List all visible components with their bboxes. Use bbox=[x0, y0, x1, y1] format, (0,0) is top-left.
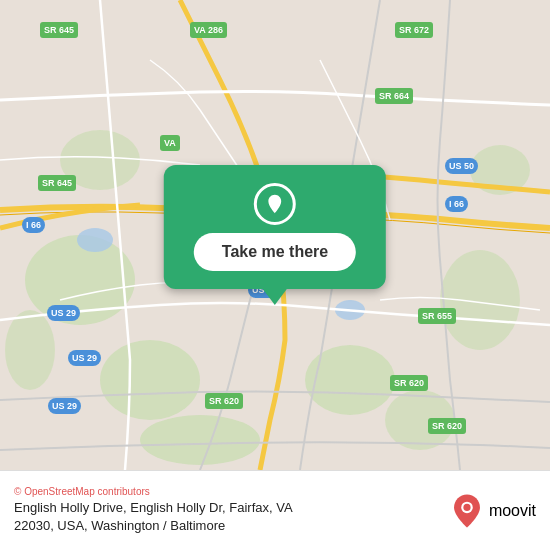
location-popup[interactable]: Take me there bbox=[164, 165, 386, 289]
map-popup-overlay: Take me there bbox=[164, 165, 386, 305]
location-pin-icon bbox=[254, 183, 296, 225]
badge-va-mid: VA bbox=[160, 135, 180, 151]
badge-sr645-nw: SR 645 bbox=[40, 22, 78, 38]
badge-sr672: SR 672 bbox=[395, 22, 433, 38]
address-line1: English Holly Drive, English Holly Dr, F… bbox=[14, 500, 293, 515]
badge-us29-label2: US 29 bbox=[48, 398, 81, 414]
moovit-logo: moovit bbox=[449, 493, 536, 529]
svg-point-10 bbox=[77, 228, 113, 252]
badge-sr620-e: SR 620 bbox=[390, 375, 428, 391]
badge-va286: VA 286 bbox=[190, 22, 227, 38]
svg-point-8 bbox=[5, 310, 55, 390]
svg-point-6 bbox=[140, 415, 260, 465]
badge-sr664: SR 664 bbox=[375, 88, 413, 104]
badge-sr645-sw: SR 645 bbox=[38, 175, 76, 191]
take-me-there-button[interactable]: Take me there bbox=[194, 233, 356, 271]
badge-i66-w: I 66 bbox=[22, 217, 45, 233]
address-text: English Holly Drive, English Holly Dr, F… bbox=[14, 499, 437, 535]
badge-sr620-s: SR 620 bbox=[205, 393, 243, 409]
svg-point-14 bbox=[463, 503, 470, 510]
app: SR 645 VA 286 SR 672 SR 664 VA US 50 I 6… bbox=[0, 0, 550, 550]
address-block: © OpenStreetMap contributors English Hol… bbox=[14, 486, 437, 535]
svg-point-2 bbox=[100, 340, 200, 420]
svg-point-4 bbox=[440, 250, 520, 350]
badge-i66-e: I 66 bbox=[445, 196, 468, 212]
address-line2: 22030, USA, Washington / Baltimore bbox=[14, 518, 225, 533]
moovit-text: moovit bbox=[489, 502, 536, 520]
osm-credit: © OpenStreetMap contributors bbox=[14, 486, 437, 497]
badge-us29-s: US 29 bbox=[68, 350, 101, 366]
svg-point-3 bbox=[305, 345, 395, 415]
moovit-icon bbox=[449, 493, 485, 529]
badge-sr655: SR 655 bbox=[418, 308, 456, 324]
map-container: SR 645 VA 286 SR 672 SR 664 VA US 50 I 6… bbox=[0, 0, 550, 470]
badge-sr620-se: SR 620 bbox=[428, 418, 466, 434]
badge-us29-sw: US 29 bbox=[47, 305, 80, 321]
info-bar: © OpenStreetMap contributors English Hol… bbox=[0, 470, 550, 550]
badge-us50-e: US 50 bbox=[445, 158, 478, 174]
